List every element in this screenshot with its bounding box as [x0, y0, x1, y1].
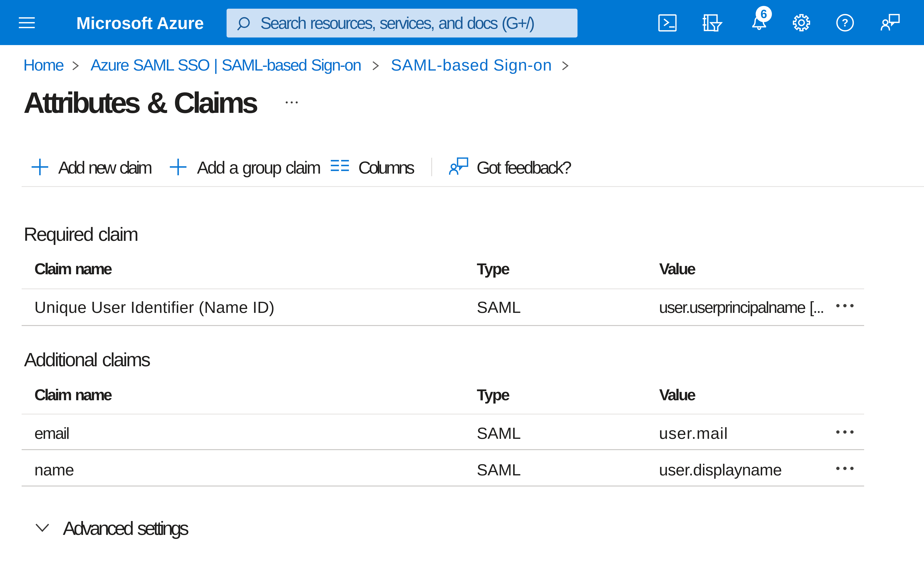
- breadcrumb-home[interactable]: Home: [23, 57, 71, 73]
- notification-badge: 6: [756, 6, 772, 22]
- columns-label: Columns: [358, 159, 420, 176]
- cloud-shell-icon[interactable]: [658, 13, 676, 32]
- table-header-line: [21, 288, 864, 289]
- ellipsis-dot: [291, 101, 293, 104]
- required-claim-heading: Required claim: [24, 225, 145, 244]
- ellipsis-dot: [850, 304, 854, 307]
- svg-text:6: 6: [761, 7, 767, 21]
- breadcrumb-signon[interactable]: SAML-based Sign-on: [391, 57, 559, 73]
- search-icon: [236, 16, 253, 33]
- row-line: [21, 485, 864, 487]
- svg-text:?: ?: [842, 16, 848, 29]
- column-header-value[interactable]: Value: [659, 261, 702, 277]
- plus-icon: [31, 159, 48, 175]
- ellipsis-dot: [843, 304, 846, 307]
- column-header-type[interactable]: Type: [477, 387, 516, 403]
- search-box: [226, 9, 578, 38]
- search-input[interactable]: [226, 9, 578, 38]
- toolbar-divider-line: [21, 186, 924, 187]
- ellipsis-dot: [286, 101, 288, 104]
- breadcrumb-sso[interactable]: Azure SAML SSO | SAML-based Sign-on: [91, 57, 368, 73]
- advanced-settings-label: Advanced settings: [63, 518, 195, 538]
- cell-claim-name[interactable]: Unique User Identifier (Name ID): [35, 299, 282, 316]
- column-header-claim-name[interactable]: Claim name: [35, 261, 118, 277]
- feedback-icon[interactable]: [881, 13, 900, 32]
- cell-claim-name[interactable]: email: [35, 425, 76, 441]
- cell-type: SAML: [477, 425, 528, 441]
- hamburger-menu-icon[interactable]: [19, 16, 35, 29]
- ellipsis-dot: [296, 101, 298, 104]
- add-new-claim-label: Add new claim: [58, 159, 158, 176]
- row-line: [21, 449, 864, 450]
- column-header-claim-name[interactable]: Claim name: [35, 387, 118, 403]
- ellipsis-dot: [843, 430, 846, 434]
- additional-claims-heading: Additional claims: [24, 350, 157, 369]
- ellipsis-dot: [843, 467, 846, 470]
- columns-icon: [331, 159, 349, 173]
- got-feedback-label: Got feedback?: [477, 159, 578, 176]
- table-header-line: [21, 414, 864, 415]
- cell-value: user.mail: [659, 425, 736, 441]
- ellipsis-dot: [850, 430, 854, 434]
- chevron-down-icon: [35, 523, 49, 532]
- cell-value: user.userprincipalname [...: [659, 299, 831, 316]
- breadcrumb-chevron-icon: [562, 61, 569, 71]
- cell-type: SAML: [477, 299, 528, 316]
- add-group-claim-label: Add a group claim: [197, 159, 327, 176]
- settings-gear-icon[interactable]: [792, 13, 811, 32]
- ellipsis-dot: [836, 467, 840, 470]
- brand-title[interactable]: Microsoft Azure: [76, 15, 211, 31]
- cell-value: user.displayname: [659, 462, 789, 478]
- help-icon[interactable]: ?: [836, 13, 854, 32]
- plus-icon: [170, 159, 186, 175]
- ellipsis-dot: [836, 304, 840, 307]
- ellipsis-dot: [836, 430, 840, 434]
- page-title: Attributes & Claims: [23, 88, 263, 117]
- feedback-icon: [449, 157, 469, 176]
- column-header-value[interactable]: Value: [659, 387, 702, 403]
- azure-portal: Microsoft Azure 6: [0, 0, 924, 584]
- row-line: [21, 325, 864, 326]
- ellipsis-dot: [850, 467, 854, 470]
- directory-filter-icon[interactable]: [702, 13, 723, 32]
- column-header-type[interactable]: Type: [477, 261, 516, 277]
- breadcrumb-chevron-icon: [72, 61, 79, 71]
- cell-type: SAML: [477, 462, 528, 478]
- toolbar-divider: [431, 158, 432, 176]
- breadcrumb-chevron-icon: [372, 61, 380, 71]
- topbar: Microsoft Azure 6: [0, 0, 924, 45]
- cell-claim-name[interactable]: name: [35, 462, 81, 478]
